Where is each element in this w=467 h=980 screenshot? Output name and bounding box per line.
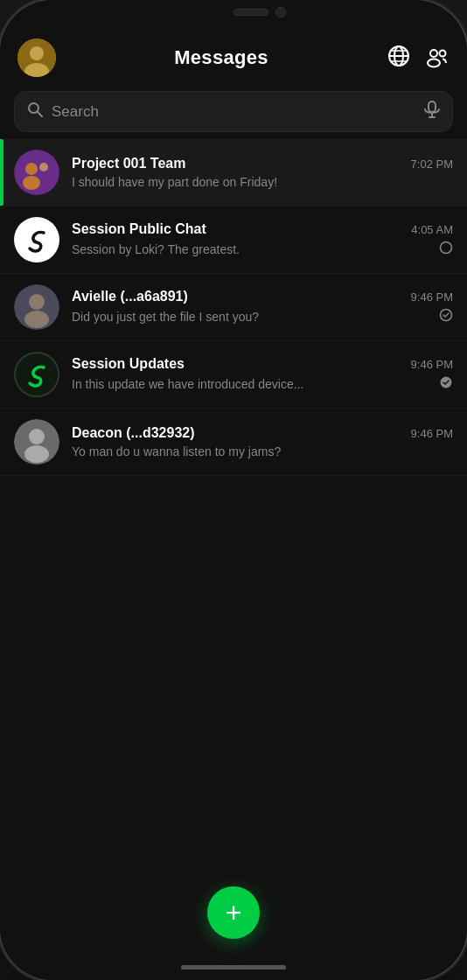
- message-status: [439, 241, 453, 258]
- active-indicator: [0, 139, 3, 206]
- svg-line-12: [38, 112, 42, 116]
- globe-icon[interactable]: [387, 44, 411, 72]
- message-preview: In this update we have introduced device…: [72, 377, 434, 391]
- svg-point-28: [24, 445, 49, 463]
- avatar: [14, 352, 59, 397]
- app-header: Messages: [0, 32, 467, 88]
- header-actions: [387, 44, 450, 72]
- compose-button[interactable]: +: [207, 886, 260, 939]
- phone-screen: Messages: [0, 0, 467, 980]
- message-preview: I should have my part done on Friday!: [72, 175, 453, 189]
- fab-container: +: [0, 869, 467, 965]
- sender-name: Session Public Chat: [72, 221, 206, 237]
- svg-point-9: [428, 60, 440, 67]
- avatar: [14, 217, 59, 262]
- message-content: Session Public Chat 4:05 AM Session by L…: [72, 221, 453, 258]
- message-content: Session Updates 9:46 PM In this update w…: [72, 356, 453, 393]
- svg-point-10: [439, 51, 445, 57]
- list-item[interactable]: Project 001 Team 7:02 PM I should have m…: [0, 139, 467, 206]
- user-avatar[interactable]: [17, 38, 56, 77]
- home-indicator: [181, 965, 286, 970]
- list-item[interactable]: Deacon (...d32932) 9:46 PM Yo man do u w…: [0, 409, 467, 476]
- contacts-icon[interactable]: [425, 44, 450, 72]
- svg-point-27: [29, 429, 45, 444]
- mic-icon[interactable]: [424, 101, 440, 122]
- svg-point-20: [441, 242, 452, 254]
- avatar: [14, 150, 59, 195]
- svg-point-17: [25, 163, 38, 175]
- svg-point-19: [39, 163, 48, 172]
- svg-rect-13: [429, 102, 436, 112]
- sender-name: Project 001 Team: [72, 156, 185, 172]
- message-content: Deacon (...d32932) 9:46 PM Yo man do u w…: [72, 425, 453, 458]
- message-preview: Yo man do u wanna listen to my jams?: [72, 444, 453, 458]
- fab-icon: +: [226, 897, 242, 929]
- svg-point-8: [430, 50, 437, 57]
- search-bar[interactable]: Search: [14, 91, 453, 132]
- message-status: [439, 308, 453, 326]
- message-time: 9:46 PM: [411, 290, 453, 304]
- message-preview: Did you just get the file I sent you?: [72, 310, 434, 324]
- list-item[interactable]: Session Public Chat 4:05 AM Session by L…: [0, 206, 467, 274]
- message-time: 9:46 PM: [411, 427, 453, 440]
- page-title: Messages: [174, 46, 268, 69]
- phone-notch: [164, 0, 303, 24]
- svg-point-1: [30, 46, 44, 60]
- message-time: 4:05 AM: [411, 223, 453, 236]
- message-time: 9:46 PM: [411, 358, 453, 371]
- avatar: [14, 284, 59, 330]
- sender-name: Deacon (...d32932): [72, 425, 195, 441]
- message-content: Avielle (...a6a891) 9:46 PM Did you just…: [72, 289, 453, 326]
- message-preview: Session by Loki? The greatest.: [72, 242, 434, 256]
- list-item[interactable]: Avielle (...a6a891) 9:46 PM Did you just…: [0, 274, 467, 341]
- svg-point-23: [24, 311, 49, 328]
- message-list: Project 001 Team 7:02 PM I should have m…: [0, 139, 467, 869]
- search-placeholder: Search: [52, 103, 415, 121]
- message-content: Project 001 Team 7:02 PM I should have m…: [72, 156, 453, 189]
- sender-name: Avielle (...a6a891): [72, 289, 188, 304]
- avatar: [14, 419, 59, 465]
- list-item[interactable]: Session Updates 9:46 PM In this update w…: [0, 341, 467, 409]
- svg-point-22: [29, 294, 45, 310]
- camera: [275, 7, 286, 18]
- phone-frame: Messages: [0, 0, 467, 980]
- search-icon: [27, 102, 43, 122]
- message-time: 7:02 PM: [411, 158, 453, 171]
- sender-name: Session Updates: [72, 356, 185, 372]
- message-status: [439, 375, 453, 393]
- speaker: [234, 9, 268, 16]
- svg-point-18: [23, 176, 40, 190]
